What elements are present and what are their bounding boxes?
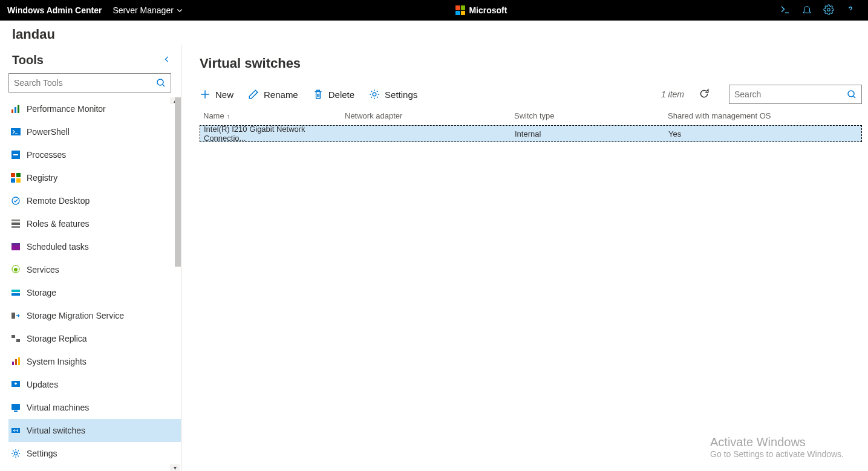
sidebar-item-storage[interactable]: Storage bbox=[8, 281, 181, 304]
svg-rect-2 bbox=[11, 109, 13, 113]
tools-list: ▴ Performance Monitor PowerShell Process… bbox=[8, 97, 181, 471]
sidebar-item-storage-migration[interactable]: Storage Migration Service bbox=[8, 304, 181, 327]
trash-icon bbox=[313, 89, 324, 100]
microsoft-logo-icon bbox=[455, 5, 465, 15]
sidebar-item-virtual-switches[interactable]: Virtual switches bbox=[8, 419, 181, 442]
sidebar-item-roles-features[interactable]: Roles & features bbox=[8, 212, 181, 235]
help-icon[interactable] bbox=[845, 4, 856, 17]
main-search-input[interactable] bbox=[729, 89, 847, 99]
delete-button[interactable]: Delete bbox=[313, 89, 354, 100]
sidebar-item-system-insights[interactable]: System Insights bbox=[8, 350, 181, 373]
svg-rect-19 bbox=[11, 290, 20, 292]
sidebar-item-label: Virtual switches bbox=[27, 426, 85, 435]
powershell-icon[interactable] bbox=[780, 4, 791, 17]
svg-rect-28 bbox=[11, 404, 20, 410]
svg-rect-3 bbox=[15, 107, 16, 113]
row-name: Intel(R) I210 Gigabit Network Connectio.… bbox=[204, 125, 345, 143]
svg-rect-7 bbox=[13, 154, 18, 155]
context-dropdown[interactable]: Server Manager bbox=[113, 5, 183, 15]
sort-asc-icon: ↑ bbox=[227, 112, 230, 120]
server-name: landau bbox=[0, 21, 868, 45]
sidebar-item-label: PowerShell bbox=[27, 127, 70, 137]
sidebar-item-label: Roles & features bbox=[27, 219, 90, 229]
sidebar-item-updates[interactable]: Updates bbox=[8, 373, 181, 396]
svg-point-31 bbox=[15, 452, 18, 455]
settings-icon bbox=[11, 449, 21, 458]
sidebar-item-processes[interactable]: Processes bbox=[8, 143, 181, 166]
sidebar-item-label: System Insights bbox=[27, 357, 86, 366]
sidebar-item-scheduled-tasks[interactable]: Scheduled tasks bbox=[8, 235, 181, 258]
new-button[interactable]: New bbox=[200, 89, 233, 100]
watermark-title: Activate Windows bbox=[710, 435, 844, 449]
powershell-tool-icon bbox=[11, 127, 21, 137]
row-type: Internal bbox=[515, 129, 541, 138]
svg-point-32 bbox=[373, 93, 376, 96]
sidebar-item-label: Storage bbox=[27, 288, 56, 297]
rename-button[interactable]: Rename bbox=[248, 89, 298, 100]
col-type-header[interactable]: Switch type bbox=[514, 111, 668, 120]
scroll-down-icon[interactable]: ▾ bbox=[170, 464, 180, 471]
svg-rect-20 bbox=[11, 293, 20, 296]
page-title: Virtual switches bbox=[200, 56, 862, 71]
sidebar-item-label: Updates bbox=[27, 380, 58, 389]
sidebar-item-registry[interactable]: Registry bbox=[8, 166, 181, 189]
settings-button[interactable]: Settings bbox=[369, 89, 417, 100]
delete-label: Delete bbox=[328, 89, 354, 100]
svg-rect-25 bbox=[15, 359, 17, 365]
gear-toolbar-icon bbox=[369, 89, 380, 100]
col-type-label: Switch type bbox=[514, 111, 554, 120]
table-row[interactable]: Intel(R) I210 Gigabit Network Connectio.… bbox=[200, 125, 862, 142]
col-shared-header[interactable]: Shared with management OS bbox=[668, 111, 862, 120]
tools-search-input[interactable] bbox=[9, 78, 156, 88]
replica-icon bbox=[11, 334, 21, 343]
sidebar-item-label: Processes bbox=[27, 150, 66, 160]
collapse-sidebar-button[interactable] bbox=[163, 55, 171, 65]
sidebar-item-settings[interactable]: Settings bbox=[8, 442, 181, 465]
sidebar-item-performance-monitor[interactable]: Performance Monitor bbox=[8, 97, 181, 120]
roles-icon bbox=[11, 219, 21, 229]
pencil-icon bbox=[248, 89, 259, 100]
svg-rect-23 bbox=[16, 339, 20, 342]
sidebar-item-virtual-machines[interactable]: Virtual machines bbox=[8, 396, 181, 419]
watermark-sub: Go to Settings to activate Windows. bbox=[710, 449, 844, 459]
svg-rect-13 bbox=[11, 223, 20, 225]
sidebar-item-remote-desktop[interactable]: Remote Desktop bbox=[8, 189, 181, 212]
remote-desktop-icon bbox=[11, 196, 21, 206]
svg-point-33 bbox=[848, 91, 854, 97]
top-bar: Windows Admin Center Server Manager Micr… bbox=[0, 0, 868, 21]
svg-rect-4 bbox=[18, 105, 19, 113]
sidebar-item-label: Remote Desktop bbox=[27, 196, 90, 206]
col-adapter-header[interactable]: Network adapter bbox=[345, 111, 514, 120]
svg-rect-26 bbox=[18, 357, 20, 365]
notifications-icon[interactable] bbox=[801, 4, 812, 17]
sidebar-item-powershell[interactable]: PowerShell bbox=[8, 120, 181, 143]
tools-search[interactable] bbox=[8, 73, 171, 93]
sidebar-item-label: Scheduled tasks bbox=[27, 242, 89, 252]
settings-gear-icon[interactable] bbox=[823, 4, 834, 17]
app-title: Windows Admin Center bbox=[7, 5, 102, 15]
sidebar-item-label: Storage Migration Service bbox=[27, 311, 124, 320]
scrollbar-thumb[interactable] bbox=[175, 97, 181, 267]
col-name-label: Name bbox=[203, 111, 224, 120]
svg-rect-15 bbox=[11, 226, 20, 228]
table-header: Name ↑ Network adapter Switch type Share… bbox=[200, 106, 862, 125]
svg-rect-29 bbox=[14, 411, 18, 412]
main-panel: Virtual switches New Rename Delete Setti… bbox=[181, 45, 868, 471]
refresh-button[interactable] bbox=[699, 88, 710, 101]
processes-icon bbox=[11, 150, 21, 160]
migration-icon bbox=[11, 311, 21, 320]
col-name-header[interactable]: Name ↑ bbox=[200, 111, 345, 120]
sidebar-item-storage-replica[interactable]: Storage Replica bbox=[8, 327, 181, 350]
rename-label: Rename bbox=[264, 89, 298, 100]
toolbar: New Rename Delete Settings 1 item bbox=[200, 85, 862, 104]
brand: Microsoft bbox=[183, 5, 780, 15]
vm-icon bbox=[11, 403, 21, 412]
svg-rect-10 bbox=[11, 178, 15, 183]
settings-label: Settings bbox=[385, 89, 417, 100]
svg-point-18 bbox=[14, 268, 18, 271]
brand-label: Microsoft bbox=[469, 5, 507, 15]
sidebar-item-services[interactable]: Services bbox=[8, 258, 181, 281]
registry-icon bbox=[11, 173, 21, 183]
svg-rect-22 bbox=[11, 335, 15, 338]
main-search[interactable] bbox=[729, 85, 862, 104]
